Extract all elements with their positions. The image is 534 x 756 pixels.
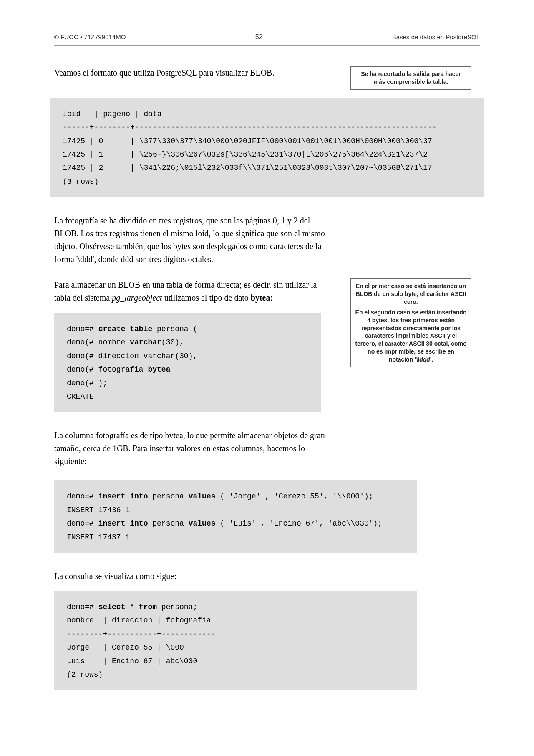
header-copyright: © FUOC • 71Z799014MO [54, 33, 126, 40]
code-block-insert: demo=# insert into persona values ( 'Jor… [54, 480, 417, 553]
paragraph-4: La columna fotografía es de tipo bytea, … [54, 429, 334, 468]
intro-row: Veamos el formato que utiliza PostgreSQL… [54, 66, 480, 90]
code-block-blob-output: loid | pageno | data ------+--------+---… [50, 98, 484, 197]
intro-paragraph: Veamos el formato que utiliza PostgreSQL… [54, 66, 334, 79]
paragraph-3: Para almacenar un BLOB en una tabla de f… [54, 278, 334, 304]
side-note-1: Se ha recortado la salida para hacer más… [350, 66, 471, 90]
side-note-2-p2: En el segundo caso se están insertando 4… [355, 308, 467, 364]
paragraph-5: La consulta se visualiza como sigue: [54, 570, 334, 583]
code-block-select: demo=# select * from persona; nombre | d… [54, 591, 417, 690]
code-line: 17425 | 1 | \256-}\306\267\032s[\336\245… [63, 150, 428, 159]
side-note-2-p1: En el primer caso se está insertando un … [355, 282, 467, 306]
code-block-create-table: demo=# create table persona ( demo(# nom… [54, 313, 321, 412]
code-line: 17425 | 0 | \377\330\377\340\000\020JFIF… [63, 137, 432, 145]
page-header: © FUOC • 71Z799014MO 52 Bases de datos e… [54, 33, 480, 46]
side-note-1-text: Se ha recortado la salida para hacer más… [355, 70, 467, 86]
paragraph-2: La fotografía se ha dividido en tres reg… [54, 214, 334, 266]
side-note-2: En el primer caso se está insertando un … [350, 278, 471, 367]
code-line: ------+--------+------------------------… [63, 123, 437, 131]
page-number: 52 [255, 33, 263, 41]
code-line: (3 rows) [63, 177, 98, 186]
header-title: Bases de datos en PostgreSQL [392, 33, 480, 40]
code-line: 17425 | 2 | \341\226;\015l\232\033f\\\37… [63, 164, 432, 172]
code-line: loid | pageno | data [63, 110, 162, 118]
